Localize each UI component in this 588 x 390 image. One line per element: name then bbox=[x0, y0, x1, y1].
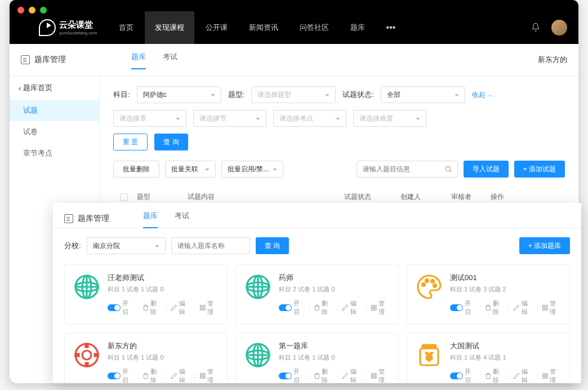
delete-action[interactable]: 删除 bbox=[142, 367, 162, 383]
close-icon[interactable] bbox=[17, 7, 24, 14]
tab-exam[interactable]: 考试 bbox=[163, 51, 177, 69]
svg-rect-18 bbox=[374, 305, 376, 307]
toggle-action[interactable]: 开启 bbox=[108, 299, 134, 316]
delete-action[interactable]: 删除 bbox=[314, 299, 333, 316]
toggle-icon bbox=[108, 373, 121, 379]
toggle-action[interactable]: 开启 bbox=[279, 367, 305, 383]
grid-icon bbox=[371, 373, 377, 379]
nav-more[interactable]: ••• bbox=[376, 11, 406, 44]
bank-card[interactable]: ¥ 大国测试 科目 1 试卷 4 试题 1 开启 | 删除 | 编辑 | 管理 bbox=[407, 333, 570, 383]
overlay-tab-bank[interactable]: 题库 bbox=[143, 210, 158, 228]
sidebar-item-papers[interactable]: 试卷 bbox=[10, 121, 99, 143]
delete-action[interactable]: 删除 bbox=[485, 367, 505, 383]
add-bank-button[interactable]: + 添加题库 bbox=[519, 237, 570, 254]
manage-action[interactable]: 管理 bbox=[199, 299, 219, 316]
edit-icon bbox=[513, 304, 519, 311]
sidebar-item-questions[interactable]: 试题 bbox=[10, 100, 99, 121]
delete-action[interactable]: 删除 bbox=[314, 367, 333, 383]
svg-rect-51 bbox=[542, 374, 544, 375]
edit-action[interactable]: 编辑 bbox=[171, 299, 190, 316]
svg-rect-20 bbox=[371, 308, 373, 310]
toggle-action[interactable]: 开启 bbox=[450, 367, 476, 383]
search-button[interactable]: 查 询 bbox=[154, 134, 188, 150]
tab-bank[interactable]: 题库 bbox=[131, 51, 146, 69]
chapter-select[interactable]: 请选择章 bbox=[113, 110, 186, 127]
edit-action[interactable]: 编辑 bbox=[171, 367, 190, 383]
document-icon bbox=[64, 214, 73, 223]
checkbox-all[interactable] bbox=[120, 193, 128, 201]
bank-search-button[interactable]: 查 询 bbox=[256, 237, 289, 254]
edit-action[interactable]: 编辑 bbox=[342, 299, 362, 316]
bank-card[interactable]: 汪老师测试 科目 1 试卷 1 试题 0 开启 | 删除 | 编辑 | 管理 bbox=[64, 264, 228, 325]
nav-discover[interactable]: 发现课程 bbox=[145, 11, 194, 44]
svg-rect-37 bbox=[203, 376, 204, 378]
reset-button[interactable]: 重 置 bbox=[113, 134, 148, 150]
back-link[interactable]: ‹ 题库首页 bbox=[10, 76, 99, 100]
edit-action[interactable]: 编辑 bbox=[513, 367, 533, 383]
bank-icon bbox=[244, 273, 272, 301]
bell-icon[interactable] bbox=[531, 23, 540, 33]
batch-enable-select[interactable]: 批量启用/禁... bbox=[221, 161, 283, 178]
import-button[interactable]: 导入试题 bbox=[464, 161, 509, 178]
toggle-action[interactable]: 开启 bbox=[108, 367, 134, 383]
nav-qa[interactable]: 问答社区 bbox=[289, 11, 339, 44]
chevron-up-icon: ︿ bbox=[487, 90, 494, 100]
manage-action[interactable]: 管理 bbox=[199, 367, 219, 383]
bank-search-input[interactable] bbox=[171, 237, 250, 254]
nav-home[interactable]: 首页 bbox=[109, 11, 144, 44]
manage-action[interactable]: 管理 bbox=[371, 367, 390, 383]
toggle-icon bbox=[279, 373, 292, 379]
subject-select[interactable]: 阿萨德c bbox=[137, 86, 221, 103]
avatar[interactable] bbox=[551, 20, 567, 36]
card-meta: 科目 1 试卷 1 试题 0 bbox=[279, 353, 390, 362]
svg-text:¥: ¥ bbox=[426, 351, 433, 363]
maximize-icon[interactable] bbox=[40, 7, 47, 14]
manage-action[interactable]: 管理 bbox=[542, 299, 562, 316]
logo-text: 云朵课堂 bbox=[59, 20, 97, 30]
point-select[interactable]: 请选择考点 bbox=[273, 110, 346, 127]
delete-action[interactable]: 删除 bbox=[142, 299, 162, 316]
type-label: 题型: bbox=[228, 90, 245, 100]
add-question-button[interactable]: + 添加试题 bbox=[514, 161, 565, 178]
sidebar-item-chapters[interactable]: 章节考点 bbox=[10, 143, 99, 164]
svg-rect-19 bbox=[374, 308, 376, 310]
nav-bank[interactable]: 题库 bbox=[340, 11, 375, 44]
batch-delete-button[interactable]: 批量删除 bbox=[113, 161, 159, 178]
bank-card[interactable]: 新东方的 科目 1 试卷 1 试题 0 开启 | 删除 | 编辑 | 管理 bbox=[64, 333, 228, 383]
branch-select[interactable]: 南京分院 bbox=[87, 237, 166, 254]
trash-icon bbox=[314, 304, 320, 311]
nav-news[interactable]: 新闻资讯 bbox=[239, 11, 288, 44]
status-label: 试题状态: bbox=[342, 90, 374, 100]
difficulty-select[interactable]: 请选择难度 bbox=[353, 110, 426, 127]
edit-action[interactable]: 编辑 bbox=[342, 367, 362, 383]
edit-icon bbox=[342, 373, 348, 379]
manage-action[interactable]: 管理 bbox=[542, 367, 562, 383]
user-label: 新东方的 bbox=[538, 55, 567, 65]
top-nav: 云朵课堂 yunduoketang.com 首页 发现课程 公开课 新闻资讯 问… bbox=[10, 11, 578, 44]
grid-icon bbox=[542, 373, 548, 379]
header-reviewer: 审核者 bbox=[451, 192, 491, 202]
bank-card[interactable]: 药师 科目 2 试卷 1 试题 0 开启 | 删除 | 编辑 | 管理 bbox=[235, 264, 399, 325]
document-icon bbox=[21, 55, 30, 64]
card-title: 第一题库 bbox=[279, 341, 390, 351]
search-icon[interactable] bbox=[444, 165, 452, 173]
status-select[interactable]: 全部 bbox=[381, 86, 465, 103]
minimize-icon[interactable] bbox=[29, 7, 35, 14]
toggle-action[interactable]: 开启 bbox=[450, 299, 476, 316]
grid-icon bbox=[371, 304, 377, 311]
manage-action[interactable]: 管理 bbox=[371, 299, 390, 316]
section-select[interactable]: 请选择节 bbox=[193, 110, 266, 127]
bank-card[interactable]: 第一题库 科目 1 试卷 1 试题 0 开启 | 删除 | 编辑 | 管理 bbox=[235, 333, 399, 383]
type-select[interactable]: 请选择题型 bbox=[251, 86, 336, 103]
delete-action[interactable]: 删除 bbox=[485, 299, 505, 316]
search-input[interactable] bbox=[357, 161, 458, 178]
svg-rect-38 bbox=[200, 376, 202, 378]
nav-public[interactable]: 公开课 bbox=[195, 11, 238, 44]
overlay-tab-exam[interactable]: 考试 bbox=[175, 210, 189, 228]
toggle-action[interactable]: 开启 bbox=[279, 299, 305, 316]
bank-card[interactable]: 测试001 科目 1 试卷 3 试题 2 开启 | 删除 | 编辑 | 管理 bbox=[407, 264, 570, 325]
edit-action[interactable]: 编辑 bbox=[513, 299, 533, 316]
batch-relate-select[interactable]: 批量关联 bbox=[165, 161, 216, 178]
logo[interactable]: 云朵课堂 yunduoketang.com bbox=[39, 19, 97, 36]
collapse-link[interactable]: 收起 ︿ bbox=[472, 90, 494, 100]
